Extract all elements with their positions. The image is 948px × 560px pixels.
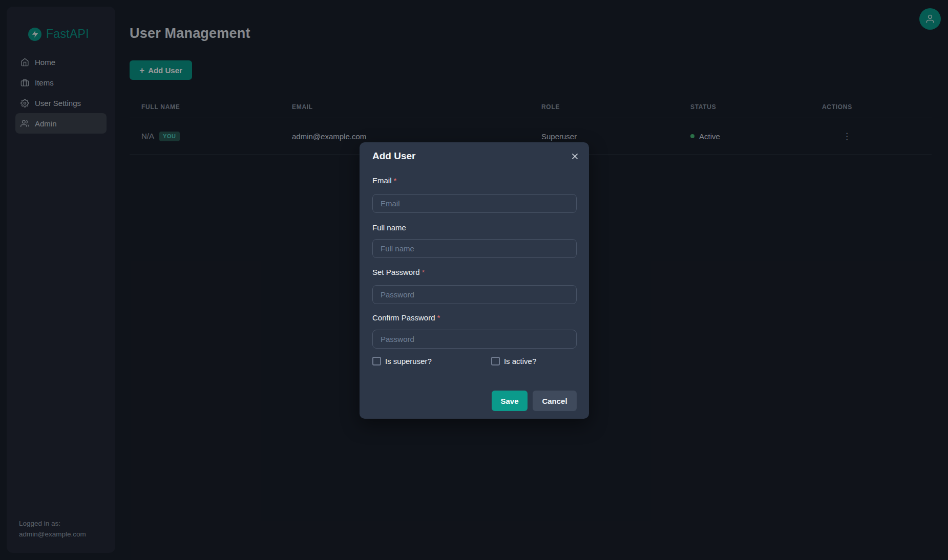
required-marker: * xyxy=(422,268,425,276)
set-password-label: Set Password* xyxy=(372,268,425,276)
add-user-modal: Add User Email* Full name Set Password* … xyxy=(360,142,589,419)
checkbox-box-icon xyxy=(491,357,500,365)
save-button[interactable]: Save xyxy=(492,391,528,411)
confirm-password-field[interactable] xyxy=(372,330,577,349)
required-marker: * xyxy=(394,176,397,185)
close-icon xyxy=(571,153,579,160)
is-superuser-label: Is superuser? xyxy=(385,357,432,365)
cancel-button[interactable]: Cancel xyxy=(533,391,577,411)
confirm-password-label: Confirm Password* xyxy=(372,313,440,322)
set-password-field[interactable] xyxy=(372,285,577,304)
email-field[interactable] xyxy=(372,194,577,213)
checkbox-box-icon xyxy=(372,357,381,365)
is-superuser-checkbox[interactable]: Is superuser? xyxy=(372,357,432,365)
full-name-label: Full name xyxy=(372,223,406,232)
modal-title: Add User xyxy=(372,150,415,162)
required-marker: * xyxy=(437,313,440,322)
is-active-label: Is active? xyxy=(504,357,536,365)
full-name-field[interactable] xyxy=(372,239,577,258)
modal-checkbox-row: Is superuser? Is active? xyxy=(372,357,577,365)
is-active-checkbox[interactable]: Is active? xyxy=(491,357,536,365)
modal-close-button[interactable] xyxy=(568,150,581,162)
email-label: Email* xyxy=(372,176,396,185)
